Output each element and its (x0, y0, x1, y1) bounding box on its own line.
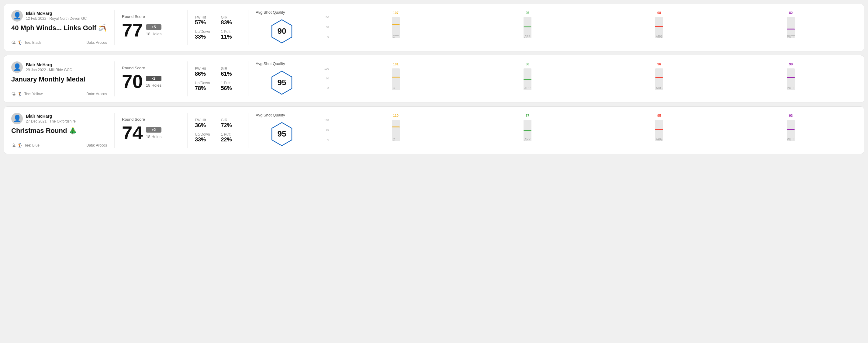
quality-section: Avg Shot Quality 95 (248, 61, 315, 96)
avatar: 👤 (11, 10, 23, 22)
oneputt-stat: 1 Putt 56% (221, 81, 241, 92)
round-card-3: 👤 Blair McHarg 27 Dec 2021 · The Oxfords… (4, 106, 864, 154)
oneputt-stat: 1 Putt 11% (221, 30, 241, 40)
updown-stat: Up/Down 33% (195, 132, 215, 143)
user-meta: 29 Jan 2022 · Mill Ride GCC (26, 68, 72, 72)
score-number: 77 (122, 21, 143, 39)
score-number: 74 (122, 123, 143, 142)
score-label: Round Score (122, 66, 180, 70)
chart-bar-app: 95 APP (462, 11, 593, 38)
avatar: 👤 (11, 113, 23, 124)
score-badge: +2 (146, 127, 161, 132)
chart-bar-putt: 93 PUTT (725, 114, 857, 141)
tee-info: 🌤 🏌 Tee: Blue (11, 143, 39, 148)
data-source: Data: Arccos (86, 40, 107, 45)
chart-bar-app: 87 APP (462, 114, 593, 141)
fw-hit-stat: FW Hit 57% (195, 15, 215, 26)
user-name: Blair McHarg (26, 62, 72, 67)
gir-stat: GIR 72% (221, 118, 241, 129)
svg-text:90: 90 (277, 27, 286, 36)
quality-section: Avg Shot Quality 90 (248, 10, 315, 45)
hexagon: 95 (268, 120, 296, 148)
chart-bar-app: 86 APP (462, 62, 593, 90)
gir-stat: GIR 61% (221, 67, 241, 77)
round-card-1: 👤 Blair McHarg 12 Feb 2022 · Royal North… (4, 4, 864, 52)
quality-label: Avg Shot Quality (256, 10, 285, 14)
round-title: Christmas Round 🎄 (11, 127, 107, 135)
chart-bar-ott: 107 OTT (330, 11, 462, 38)
score-label: Round Score (122, 117, 180, 122)
chart-bar-arg: 98 ARG (593, 11, 725, 38)
cloud-icon: 🌤 (11, 92, 16, 96)
user-info: 👤 Blair McHarg 12 Feb 2022 · Royal North… (11, 10, 107, 22)
user-meta: 27 Dec 2021 · The Oxfordshire (26, 119, 76, 123)
round-left-3: 👤 Blair McHarg 27 Dec 2021 · The Oxfords… (11, 113, 115, 148)
score-section: Round Score 70 -2 18 Holes (115, 61, 188, 96)
gir-stat: GIR 83% (221, 15, 241, 26)
score-badge: -2 (146, 76, 161, 81)
chart-bar-ott: 110 OTT (330, 114, 462, 141)
round-left-2: 👤 Blair McHarg 29 Jan 2022 · Mill Ride G… (11, 61, 115, 96)
round-title: January Monthly Medal (11, 75, 107, 83)
holes-label: 18 Holes (146, 83, 161, 88)
score-label: Round Score (122, 14, 180, 19)
updown-stat: Up/Down 33% (195, 30, 215, 40)
chart-bar-ott: 101 OTT (330, 62, 462, 90)
score-badge: +5 (146, 24, 161, 30)
bag-icon: 🏌 (17, 92, 23, 96)
tee-info: 🌤 🏌 Tee: Black (11, 40, 41, 45)
tee-label: Tee: Yellow (24, 92, 42, 96)
chart-bar-putt: 99 PUTT (725, 62, 857, 90)
holes-label: 18 Holes (146, 134, 161, 139)
quality-label: Avg Shot Quality (256, 61, 285, 66)
score-section: Round Score 74 +2 18 Holes (115, 113, 188, 148)
cloud-icon: 🌤 (11, 40, 16, 45)
chart-section: 100 50 0 107 OTT 95 (315, 10, 857, 45)
svg-text:95: 95 (277, 78, 286, 87)
fw-hit-stat: FW Hit 36% (195, 118, 215, 129)
user-info: 👤 Blair McHarg 27 Dec 2021 · The Oxfords… (11, 113, 107, 124)
score-number: 70 (122, 72, 143, 91)
chart-section: 100 50 0 110 OTT 87 (315, 113, 857, 148)
hexagon: 90 (268, 18, 296, 45)
fw-hit-stat: FW Hit 86% (195, 67, 215, 77)
user-name: Blair McHarg (26, 114, 76, 119)
chart-bar-putt: 82 PUTT (725, 11, 857, 38)
chart-bar-arg: 95 ARG (593, 114, 725, 141)
updown-stat: Up/Down 78% (195, 81, 215, 92)
bag-icon: 🏌 (17, 143, 23, 148)
bag-icon: 🏌 (17, 40, 23, 45)
oneputt-stat: 1 Putt 22% (221, 132, 241, 143)
quality-section: Avg Shot Quality 95 (248, 113, 315, 148)
data-source: Data: Arccos (86, 143, 107, 148)
chart-section: 100 50 0 101 OTT 86 (315, 61, 857, 96)
round-title: 40 Mph Winds... Links Golf 🪃 (11, 24, 107, 32)
tee-info: 🌤 🏌 Tee: Yellow (11, 92, 42, 96)
user-icon: 👤 (13, 63, 21, 71)
round-card-2: 👤 Blair McHarg 29 Jan 2022 · Mill Ride G… (4, 55, 864, 103)
quality-label: Avg Shot Quality (256, 113, 285, 117)
cloud-icon: 🌤 (11, 143, 16, 148)
stats-section: FW Hit 86% GIR 61% Up/Down 78% 1 Putt 56… (188, 61, 248, 96)
user-info: 👤 Blair McHarg 29 Jan 2022 · Mill Ride G… (11, 61, 107, 73)
data-source: Data: Arccos (86, 92, 107, 96)
stats-section: FW Hit 36% GIR 72% Up/Down 33% 1 Putt 22… (188, 113, 248, 148)
tee-label: Tee: Blue (24, 143, 39, 148)
user-icon: 👤 (13, 115, 21, 123)
user-icon: 👤 (13, 12, 21, 20)
hexagon: 95 (268, 69, 296, 96)
svg-text:95: 95 (277, 129, 286, 138)
holes-label: 18 Holes (146, 32, 161, 36)
stats-section: FW Hit 57% GIR 83% Up/Down 33% 1 Putt 11… (188, 10, 248, 45)
round-left-1: 👤 Blair McHarg 12 Feb 2022 · Royal North… (11, 10, 115, 45)
score-section: Round Score 77 +5 18 Holes (115, 10, 188, 45)
chart-bar-arg: 96 ARG (593, 62, 725, 90)
user-meta: 12 Feb 2022 · Royal North Devon GC (26, 17, 87, 21)
user-name: Blair McHarg (26, 11, 87, 16)
tee-label: Tee: Black (24, 40, 41, 45)
avatar: 👤 (11, 61, 23, 73)
